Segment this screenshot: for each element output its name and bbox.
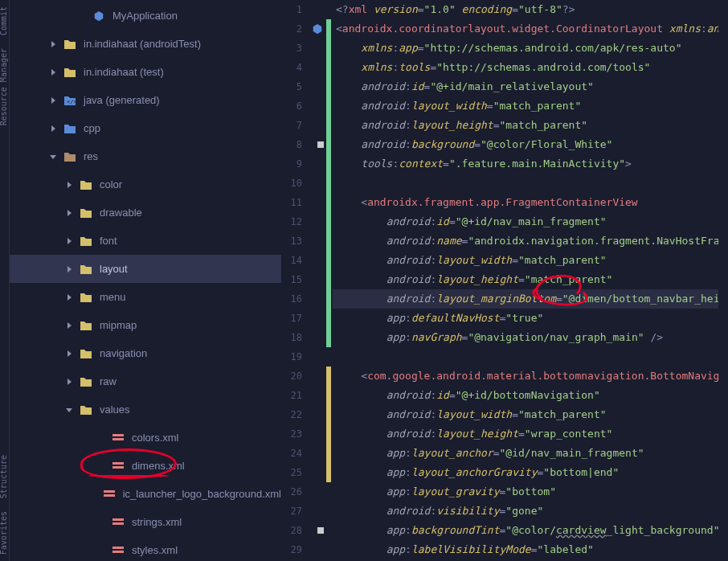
code-line[interactable]: android:layout_width="match_parent" [333,405,728,424]
folder-icon [63,149,77,164]
tree-item[interactable]: menu [10,283,281,311]
tree-item[interactable]: strings.xml [10,508,281,536]
code-line[interactable]: app:backgroundTint="@color/cardview_ligh… [333,521,728,540]
vertical-scrollbar[interactable] [718,0,728,561]
svg-rect-5 [112,466,124,469]
tree-item[interactable]: dimens.xml [10,452,281,480]
code-line[interactable]: app:layout_gravity="bottom" [333,482,728,502]
chevron-right-icon[interactable] [63,347,76,360]
code-line[interactable]: xmlns:app="http://schemas.android.com/ap… [333,39,728,58]
tree-item[interactable]: navigation [10,339,281,367]
code-line[interactable]: android:id="@+id/nav_main_fragment" [333,212,728,231]
code-line[interactable]: app:layout_anchorGravity="bottom|end" [333,463,728,482]
tree-item[interactable]: </>java (generated) [10,86,281,114]
line-number: 6 [281,96,309,116]
code-line[interactable]: android:id="@+id/main_relativelayout" [333,77,728,96]
code-line[interactable]: android:visibility="gone" [333,502,728,521]
tree-item[interactable]: ic_launcher_logo_background.xml [10,480,281,508]
tree-item[interactable]: mipmap [10,311,281,339]
tree-item-label: styles.xml [132,544,178,556]
tree-item[interactable]: font [10,227,281,255]
gutter-color-swatch[interactable] [317,141,324,148]
chevron-right-icon[interactable] [63,178,76,191]
gutter-color-swatch[interactable] [317,527,324,534]
resource-manager-tab[interactable]: Resource Manager [0,42,9,132]
svg-rect-9 [112,522,124,525]
code-line[interactable]: app:navGraph="@navigation/nav_graph_main… [333,328,728,347]
svg-rect-10 [112,547,124,549]
tree-item-label: mipmap [100,319,137,331]
tree-item[interactable]: MyApplication [10,2,281,30]
code-line[interactable]: app:defaultNavHost="true" [333,309,728,328]
tree-item[interactable]: cpp [10,114,281,142]
chevron-right-icon[interactable] [47,38,59,51]
tree-item[interactable]: res [10,142,281,170]
line-number: 14 [281,251,309,270]
code-line[interactable]: <androidx.coordinatorlayout.widget.Coord… [333,19,728,39]
tree-item[interactable]: in.indiahaat (test) [10,58,281,86]
chevron-right-icon[interactable] [47,94,59,107]
tree-item[interactable]: styles.xml [10,536,281,561]
tree-item[interactable]: values [10,395,281,424]
code-line[interactable]: app:labelVisibilityMode="labeled" [333,540,728,559]
code-line[interactable]: app:layout_anchor="@id/nav_main_fragment… [333,444,728,463]
code-line[interactable]: <?xml version="1.0" encoding="utf-8"?> [333,0,728,19]
code-line[interactable]: tools:context=".feature.main.MainActivit… [333,154,728,174]
tree-item[interactable]: color [10,170,281,199]
structure-tab[interactable]: Structure [0,448,9,505]
line-number: 24 [281,444,309,463]
generated-folder-icon: </> [63,93,77,108]
code-line[interactable]: <androidx.fragment.app.FragmentContainer… [333,193,728,212]
tree-item-label: ic_launcher_logo_background.xml [123,488,281,500]
code-line[interactable]: android:layout_height="match_parent" [333,270,728,289]
chevron-right-icon[interactable] [63,263,76,276]
folder-icon [79,403,93,417]
code-line[interactable]: android:layout_marginBottom="@dimen/bott… [333,289,728,309]
chevron-right-icon[interactable] [47,66,59,79]
tree-item-label: dimens.xml [132,460,185,472]
chevron-right-icon[interactable] [63,235,76,248]
code-area[interactable]: <?xml version="1.0" encoding="utf-8"?><a… [333,0,728,561]
code-editor[interactable]: 1234567891011121314151617181920212223242… [281,0,728,561]
tree-item-label: cpp [84,122,100,134]
line-number: 23 [281,424,309,444]
tree-item[interactable]: layout [10,255,281,283]
xml-file-icon [111,543,125,558]
svg-rect-4 [112,462,124,465]
chevron-right-icon[interactable] [47,122,59,135]
tree-item[interactable]: colors.xml [10,424,281,452]
svg-rect-7 [104,494,115,497]
line-number: 2 [281,19,309,39]
code-line[interactable]: android:background="@color/Floral_White" [333,135,728,154]
tree-item-label: navigation [100,347,147,359]
chevron-right-icon[interactable] [63,291,76,304]
chevron-down-icon[interactable] [47,150,59,163]
code-line[interactable]: android:layout_width="match_parent" [333,251,728,270]
chevron-down-icon[interactable] [63,403,76,416]
folder-icon [79,234,93,248]
code-line[interactable]: android:layout_width="match_parent" [333,96,728,116]
project-tree[interactable]: MyApplicationin.indiahaat (androidTest)i… [10,0,281,561]
chevron-right-icon[interactable] [63,319,76,332]
line-number: 18 [281,328,309,347]
line-number: 28 [281,521,309,540]
code-line[interactable] [333,174,728,193]
commit-tab[interactable]: Commit [0,0,9,42]
tree-item[interactable]: raw [10,367,281,395]
code-line[interactable]: android:layout_height="match_parent" [333,116,728,135]
tree-item[interactable]: in.indiahaat (androidTest) [10,30,281,58]
line-number: 16 [281,289,309,309]
code-line[interactable]: android:layout_height="wrap_content" [333,424,728,444]
tree-item-label: java (generated) [84,94,160,106]
tree-item[interactable]: drawable [10,199,281,227]
code-line[interactable]: android:name="androidx.navigation.fragme… [333,231,728,251]
code-line[interactable] [333,347,728,366]
code-line[interactable]: android:id="@+id/bottomNavigation" [333,386,728,405]
code-line[interactable]: <com.google.android.material.bottomnavig… [333,366,728,386]
chevron-right-icon[interactable] [63,207,76,219]
code-line[interactable]: xmlns:tools="http://schemas.android.com/… [333,58,728,77]
gutter-navigation-icon[interactable] [312,23,323,35]
chevron-right-icon[interactable] [63,375,76,388]
favorites-tab[interactable]: Favorites [0,505,9,561]
line-number: 29 [281,540,309,559]
